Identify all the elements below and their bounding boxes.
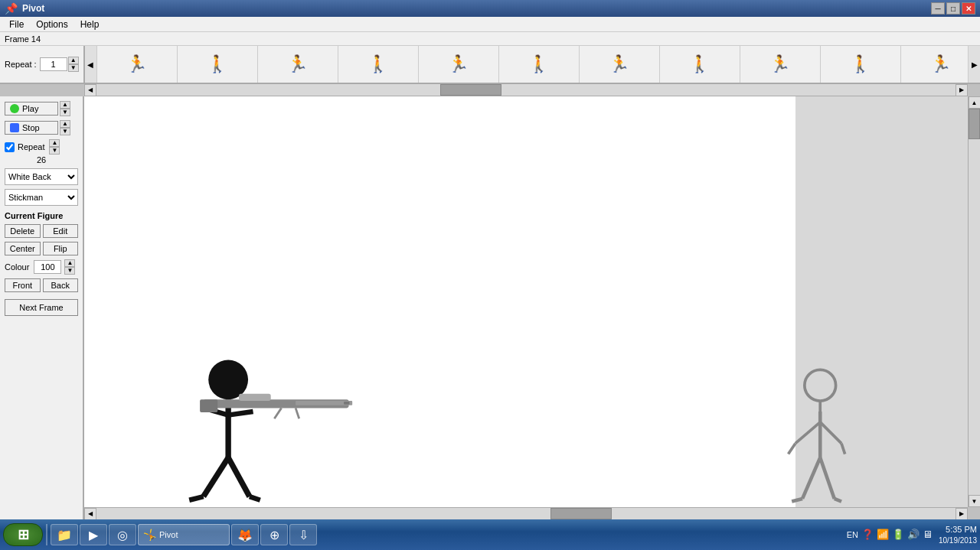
frame-5[interactable]: 🏃 xyxy=(419,46,499,83)
clock-date: 10/19/2013 xyxy=(939,535,977,545)
battery-icon: 🔋 xyxy=(892,529,904,540)
frame-6[interactable]: 🚶 xyxy=(499,46,580,83)
pivot-app-icon: 🤸 xyxy=(143,529,156,541)
back-button[interactable]: Back xyxy=(43,278,79,292)
frame-2[interactable]: 🚶 xyxy=(178,46,258,83)
repeat-ctrl-up[interactable]: ▲ xyxy=(49,139,60,147)
timeline-right-arrow[interactable]: ▶ xyxy=(968,46,980,83)
frame-2-icon: 🚶 xyxy=(207,54,227,74)
menu-options[interactable]: Options xyxy=(30,18,74,31)
minimize-button[interactable]: ─ xyxy=(931,2,945,15)
play-button[interactable]: Play xyxy=(5,102,58,116)
menu-help[interactable]: Help xyxy=(74,18,106,31)
frame-9-icon: 🏃 xyxy=(769,54,790,74)
taskbar: ⊞ 📁 ▶ ◎ 🤸 Pivot 🦊 ⊕ ⇩ EN ❓ 📶 🔋 🔊 🖥 5:35 … xyxy=(0,519,980,550)
center-button[interactable]: Center xyxy=(5,242,41,255)
colour-row: Colour ▲ ▼ xyxy=(5,259,78,275)
frame-10[interactable]: 🚶 xyxy=(821,46,901,83)
taskbar-app-wmp[interactable]: ▶ xyxy=(80,524,107,545)
bottom-scrollbar: ◀ ▶ xyxy=(84,507,968,519)
timeline-hscroll-track xyxy=(96,84,956,96)
timeline-frames: 🏃 🚶 🏃 🚶 🏃 🚶 🏃 🚶 🏃 🚶 🏃 xyxy=(97,46,968,83)
play-up-btn[interactable]: ▲ xyxy=(60,101,70,109)
timeline-hscroll-thumb[interactable] xyxy=(440,84,501,96)
bottom-scroll-left[interactable]: ◀ xyxy=(84,508,96,520)
stop-label: Stop xyxy=(22,123,40,132)
network-icon: 📶 xyxy=(877,529,889,540)
repeat-row: Repeat ▲ ▼ xyxy=(5,139,78,155)
timeline-hscroll-right[interactable]: ▶ xyxy=(956,84,968,96)
repeat-checkbox[interactable] xyxy=(5,142,15,152)
rifle-scope xyxy=(239,394,271,401)
taskbar-app-download[interactable]: ⇩ xyxy=(289,524,317,545)
background-dropdown[interactable]: White Back Black Back Gray Back xyxy=(5,168,78,185)
bipod-left xyxy=(274,408,281,418)
rifle-stock xyxy=(200,399,217,412)
start-button[interactable]: ⊞ xyxy=(3,523,43,546)
flip-button[interactable]: Flip xyxy=(43,242,79,255)
delete-button[interactable]: Delete xyxy=(5,224,41,238)
edit-button[interactable]: Edit xyxy=(43,224,79,238)
taskbar-app-pivot[interactable]: 🤸 Pivot xyxy=(138,524,230,545)
play-down-btn[interactable]: ▼ xyxy=(60,109,70,116)
figure2-hand-right xyxy=(841,444,845,454)
frame-8[interactable]: 🚶 xyxy=(660,46,740,83)
figure1-arm-right xyxy=(228,412,253,415)
bottom-scroll-thumb[interactable] xyxy=(550,508,612,519)
repeat-ctrl-down[interactable]: ▼ xyxy=(49,147,60,155)
right-scroll-thumb[interactable] xyxy=(969,109,980,139)
pivot-app-label: Pivot xyxy=(159,530,178,539)
frame-10-icon: 🚶 xyxy=(850,54,871,74)
frame-label-row: Frame 14 xyxy=(0,32,980,46)
frame-7[interactable]: 🏃 xyxy=(580,46,660,83)
frame-9[interactable]: 🏃 xyxy=(740,46,821,83)
taskbar-app-chrome[interactable]: ⊕ xyxy=(260,524,288,545)
frame-4[interactable]: 🚶 xyxy=(338,46,419,83)
main-canvas xyxy=(84,96,968,507)
sound-icon: 🔊 xyxy=(907,529,920,540)
monitor-icon: 🖥 xyxy=(923,529,933,540)
timeline-left-arrow[interactable]: ◀ xyxy=(85,46,97,83)
colour-up[interactable]: ▲ xyxy=(64,259,75,267)
frame-1[interactable]: 🏃 xyxy=(97,46,178,83)
left-panel: Play ▲ ▼ Stop ▲ ▼ Repeat ▲ ▼ 26 White Ba… xyxy=(0,96,84,524)
frame-11[interactable]: 🏃 xyxy=(901,46,968,83)
timeline-hscroll-left[interactable]: ◀ xyxy=(84,84,96,96)
close-button[interactable]: ✕ xyxy=(962,2,975,15)
stop-button[interactable]: Stop xyxy=(5,121,58,135)
figure-dropdown[interactable]: Stickman Horse Spider xyxy=(5,189,78,206)
figure2-arm-left xyxy=(795,422,820,444)
figure2-head xyxy=(805,369,836,401)
menu-file[interactable]: File xyxy=(3,18,30,31)
taskbar-app-folder[interactable]: 📁 xyxy=(51,524,78,545)
repeat-up-button[interactable]: ▲ xyxy=(68,57,79,64)
taskbar-separator-1 xyxy=(46,524,47,545)
colour-input[interactable] xyxy=(34,260,61,274)
front-button[interactable]: Front xyxy=(5,278,41,292)
right-scroll-up[interactable]: ▲ xyxy=(969,96,981,109)
colour-label: Colour xyxy=(5,262,29,272)
timeline-area: Repeat : ▲ ▼ ◀ 🏃 🚶 🏃 🚶 🏃 🚶 🏃 xyxy=(0,46,980,84)
colour-down[interactable]: ▼ xyxy=(64,267,75,275)
bottom-scroll-track xyxy=(96,508,956,519)
system-clock: 5:35 PM 10/19/2013 xyxy=(939,524,977,545)
repeat-down-button[interactable]: ▼ xyxy=(68,64,79,72)
stop-down-btn[interactable]: ▼ xyxy=(60,128,70,135)
taskbar-app-ie[interactable]: ◎ xyxy=(109,524,136,545)
rifle-tip xyxy=(344,402,349,405)
stop-up-btn[interactable]: ▲ xyxy=(60,120,70,128)
taskbar-app-firefox[interactable]: 🦊 xyxy=(231,524,259,545)
timeline-repeat: Repeat : ▲ ▼ xyxy=(0,46,85,83)
bottom-scroll-right[interactable]: ▶ xyxy=(956,508,968,520)
current-figure-label: Current Figure xyxy=(5,211,78,220)
next-frame-button[interactable]: Next Frame xyxy=(5,299,78,316)
front-back-row: Front Back xyxy=(5,278,78,292)
right-scroll-track xyxy=(969,109,980,495)
maximize-button[interactable]: □ xyxy=(946,2,960,15)
right-scroll-down[interactable]: ▼ xyxy=(969,495,981,507)
repeat-input[interactable] xyxy=(40,57,67,71)
frame-3[interactable]: 🏃 xyxy=(258,46,338,83)
frame-7-icon: 🏃 xyxy=(609,54,629,74)
figure1-foot-left xyxy=(189,496,204,500)
lang-indicator: EN xyxy=(847,530,858,539)
